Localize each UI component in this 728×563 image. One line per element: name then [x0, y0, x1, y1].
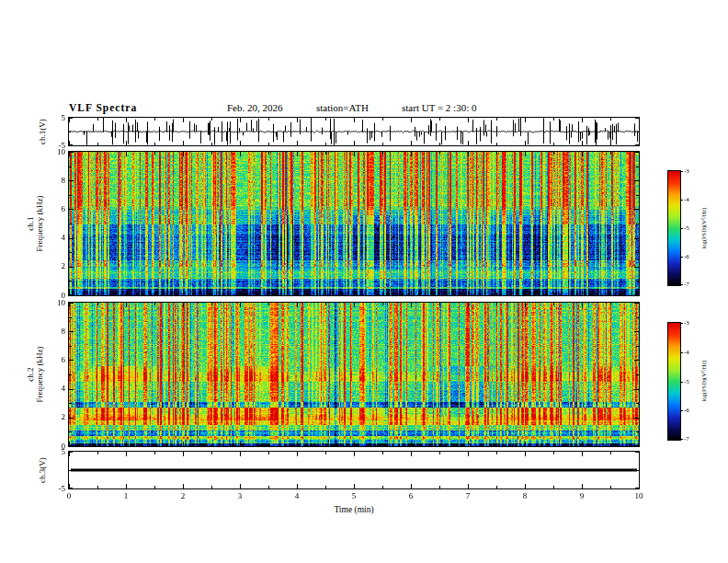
axis-tick [69, 294, 74, 295]
axis-tick [97, 152, 98, 155]
axis-tick [69, 195, 72, 196]
axis-tick [382, 486, 383, 488]
ch3-voltage-axis-label: ch.3(V) [38, 457, 47, 483]
colorbar-tick-label: -4 [684, 197, 689, 203]
axis-tick [240, 484, 241, 488]
colorbar-ch2 [667, 322, 681, 441]
axis-tick [69, 445, 74, 446]
axis-tick [411, 118, 412, 122]
axis-tick [183, 141, 184, 145]
axis-tick [154, 486, 155, 488]
ch2-frequency-axis-label: ch.2 Frequency (kHz) [26, 346, 44, 402]
axis-tick [240, 291, 241, 295]
axis-tick [439, 118, 440, 121]
axis-tick [496, 143, 497, 145]
axis-tick [610, 486, 611, 488]
axis-tick [97, 143, 98, 145]
axis-tick [297, 442, 298, 446]
axis-tick [268, 152, 269, 155]
axis-tick [268, 293, 269, 295]
axis-tick [582, 452, 583, 456]
axis-tick [468, 452, 469, 456]
freq-tick-label: 4 [45, 385, 65, 393]
axis-tick [297, 141, 298, 145]
x-tick-label: 4 [290, 492, 304, 500]
axis-tick [636, 374, 639, 375]
axis-tick [582, 484, 583, 488]
axis-tick [553, 303, 554, 305]
axis-tick [680, 200, 683, 201]
axis-tick [680, 352, 683, 353]
axis-tick [636, 346, 639, 347]
axis-tick [582, 118, 583, 122]
figure-title: VLF Spectra [69, 102, 137, 115]
axis-tick [325, 118, 326, 121]
axis-tick [439, 152, 440, 155]
axis-tick [411, 291, 412, 295]
axis-tick [496, 303, 497, 305]
x-tick-label: 5 [347, 492, 361, 500]
axis-tick [411, 152, 412, 156]
axis-tick [680, 228, 683, 229]
axis-tick [211, 303, 212, 305]
ch1-frequency-axis-label: ch.1 Frequency (kHz) [26, 195, 44, 251]
axis-tick [525, 484, 526, 488]
axis-tick [636, 224, 639, 224]
axis-tick [354, 291, 355, 295]
axis-tick [126, 442, 127, 446]
axis-tick [240, 452, 241, 456]
axis-tick [610, 303, 611, 305]
x-tick-label: 10 [631, 492, 646, 500]
colorbar-ch1-canvas [668, 171, 680, 285]
axis-tick [382, 152, 383, 155]
x-tick-label: 0 [62, 492, 76, 500]
axis-tick [411, 141, 412, 145]
axis-tick [69, 346, 72, 347]
freq-tick-label: 2 [45, 262, 65, 270]
axis-tick [325, 303, 326, 305]
axis-tick [635, 144, 639, 145]
axis-tick [97, 118, 98, 121]
axis-tick [468, 152, 469, 156]
axis-tick [354, 442, 355, 446]
ch1-axis-label-line1: ch.1 [26, 195, 35, 251]
axis-tick [268, 118, 269, 121]
axis-tick [639, 118, 640, 122]
axis-tick [582, 303, 583, 307]
axis-tick [69, 281, 72, 282]
axis-tick [582, 291, 583, 295]
ch2-spectrogram-canvas [69, 303, 639, 446]
axis-tick [354, 452, 355, 456]
axis-tick [468, 303, 469, 307]
axis-tick [382, 452, 383, 454]
axis-tick [553, 443, 554, 446]
axis-tick [680, 257, 683, 258]
axis-tick [439, 452, 440, 454]
axis-tick [69, 374, 72, 375]
axis-tick [496, 452, 497, 454]
axis-tick [639, 484, 640, 488]
axis-tick [211, 118, 212, 121]
axis-tick [268, 486, 269, 488]
axis-tick [525, 141, 526, 145]
axis-tick [411, 442, 412, 446]
axis-tick [439, 293, 440, 295]
axis-tick [69, 152, 74, 153]
colorbar-tick-label: -5 [684, 379, 689, 385]
x-tick-label: 7 [461, 492, 475, 500]
axis-tick [183, 291, 184, 295]
axis-tick [382, 303, 383, 305]
axis-tick [240, 152, 241, 156]
axis-tick [126, 303, 127, 307]
axis-tick [634, 238, 639, 239]
x-tick-label: 8 [518, 492, 532, 500]
figure-station: station=ATH [316, 102, 369, 115]
freq-tick-label: 10 [45, 299, 65, 307]
axis-tick [325, 293, 326, 295]
axis-tick [639, 452, 640, 456]
axis-tick [325, 152, 326, 155]
colorbar-ch1-label: log(PSD)(V²/Hz) [700, 208, 707, 249]
axis-tick [634, 209, 639, 210]
volt-tick-label: 5 [45, 448, 65, 456]
axis-tick [97, 486, 98, 488]
